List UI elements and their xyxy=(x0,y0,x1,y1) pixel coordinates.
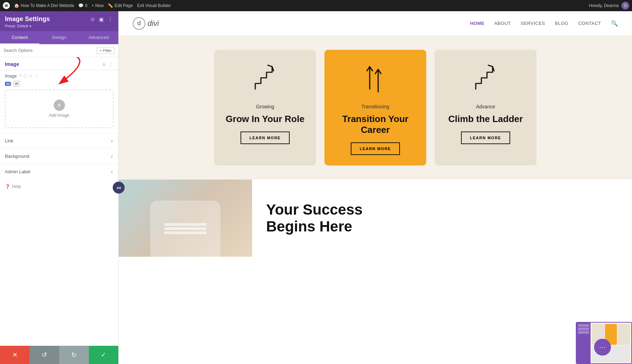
search-input[interactable] xyxy=(4,48,94,53)
panel-title: Image Settings xyxy=(5,15,50,23)
card-growing: Growing Grow In Your Role LEARN MORE xyxy=(214,50,316,166)
admin-label-label: Admin Label xyxy=(5,169,30,174)
site-name-link[interactable]: 🏠 How To Make A Divi Website xyxy=(14,3,74,8)
upload-plus-icon: + xyxy=(54,100,65,111)
card-3-subtitle: Advance xyxy=(476,104,495,109)
nav-home[interactable]: HOME xyxy=(470,21,485,26)
image-label-row: Image ? ☐ ↖ ⋮ xyxy=(0,70,118,81)
bottom-image xyxy=(119,180,252,257)
mobile-view-icon[interactable]: ☐ xyxy=(24,74,27,79)
avatar[interactable]: D xyxy=(621,2,629,9)
nav-contact[interactable]: CONTACT xyxy=(578,21,601,26)
thumb-block-1 xyxy=(578,324,589,327)
phone-line-2 xyxy=(164,227,206,230)
nav-blog[interactable]: BLOG xyxy=(555,21,568,26)
thumb-block-3 xyxy=(578,331,589,334)
help-circle-icon: ❓ xyxy=(5,184,10,189)
search-icon[interactable]: 🔍 xyxy=(611,20,618,27)
wp-logo-icon[interactable]: W xyxy=(3,2,10,9)
cursor-icon[interactable]: ↖ xyxy=(29,74,33,79)
phone-mockup xyxy=(150,201,220,257)
layout-icon[interactable]: ▣ xyxy=(98,16,104,23)
more-icon[interactable]: ⋮ xyxy=(34,74,39,79)
more-options-icon[interactable]: ⋮ xyxy=(107,16,113,23)
admin-label-toggle[interactable]: Admin Label ∨ xyxy=(0,164,118,179)
link-section-toggle[interactable]: Link ∨ xyxy=(0,133,118,148)
card-1-title: Grow In Your Role xyxy=(226,114,304,124)
background-section-toggle[interactable]: Background ∨ xyxy=(0,149,118,164)
card-1-subtitle: Growing xyxy=(256,104,274,109)
site-logo: d divi xyxy=(133,17,159,30)
advance-icon xyxy=(472,60,500,97)
edit-page-link[interactable]: ✏️ Edit Page xyxy=(108,3,133,8)
help-link[interactable]: ❓ Help xyxy=(0,179,118,194)
logo-circle-icon: d xyxy=(133,17,145,30)
chevron-down-icon: ∨ xyxy=(110,169,113,174)
image-section-header: Image ∧ ⋮ xyxy=(0,57,118,70)
focus-icon[interactable]: ⊙ xyxy=(90,16,96,23)
admin-bar: W 🏠 How To Make A Divi Website 💬 0 + New… xyxy=(0,0,632,11)
link-section: Link ∨ xyxy=(0,133,118,148)
tab-advanced[interactable]: Advanced xyxy=(79,31,118,44)
image-upload-area[interactable]: + Add Image xyxy=(5,89,113,128)
redo-button[interactable]: ↻ xyxy=(59,346,89,364)
filter-button[interactable]: + Filter xyxy=(97,47,115,54)
section-more-button[interactable]: ⋮ xyxy=(108,61,113,67)
upload-label: Add Image xyxy=(49,113,69,118)
link-section-label: Link xyxy=(5,138,13,143)
sync-button[interactable]: ⇄ xyxy=(13,81,20,87)
cancel-button[interactable]: ✕ xyxy=(0,346,29,364)
panel-header-icons: ⊙ ▣ ⋮ xyxy=(90,16,113,23)
confirm-button[interactable]: ✓ xyxy=(89,346,118,364)
move-handle[interactable]: ⇔ xyxy=(113,182,125,194)
nav-about[interactable]: ABOUT xyxy=(494,21,511,26)
thumbnail-sidebar xyxy=(577,323,591,363)
howdy-text: Howdy, Deanna xyxy=(589,3,619,8)
float-action-button[interactable]: ⋯ xyxy=(594,339,611,356)
panel-header: Image Settings ⊙ ▣ ⋮ Preset: Default ▾ xyxy=(0,11,118,31)
collapse-section-button[interactable]: ∧ xyxy=(102,61,106,67)
admin-label-section: Admin Label ∨ xyxy=(0,164,118,179)
tab-design[interactable]: Design xyxy=(39,31,79,44)
bottom-text: Your Success Begins Here xyxy=(252,180,632,257)
card-2-button[interactable]: LEARN MORE xyxy=(351,142,400,155)
thumb-block-2 xyxy=(578,328,589,330)
website-preview: d divi HOME ABOUT SERVICES BLOG CONTACT … xyxy=(119,11,632,364)
tab-content[interactable]: Content xyxy=(0,31,39,44)
settings-panel: Image Settings ⊙ ▣ ⋮ Preset: Default ▾ C… xyxy=(0,11,119,364)
panel-bottom-bar: ✕ ↺ ↻ ✓ xyxy=(0,346,118,364)
wordpress-icon: 🏠 xyxy=(14,3,19,8)
comments-link[interactable]: 💬 0 xyxy=(78,3,87,8)
panel-tabs: Content Design Advanced xyxy=(0,31,118,44)
panel-content: Image ∧ ⋮ Image ? ☐ ↖ ⋮ AI ⇄ xyxy=(0,57,118,364)
exit-builder-link[interactable]: Exit Visual Builder xyxy=(137,3,171,8)
chevron-down-icon: ∨ xyxy=(110,139,113,143)
nav-links: HOME ABOUT SERVICES BLOG CONTACT 🔍 xyxy=(470,20,618,27)
chevron-down-icon: ∨ xyxy=(110,154,113,159)
logo-text: divi xyxy=(147,19,159,28)
preset-selector[interactable]: Preset: Default ▾ xyxy=(5,23,113,28)
transitioning-icon xyxy=(361,60,389,97)
undo-button[interactable]: ↺ xyxy=(29,346,59,364)
card-2-title: Transition Your Career xyxy=(333,114,418,135)
card-2-subtitle: Transitioning xyxy=(361,104,389,109)
site-navigation: d divi HOME ABOUT SERVICES BLOG CONTACT … xyxy=(119,11,632,36)
thumb-card-beige-2 xyxy=(618,324,630,345)
card-3-title: Climb the Ladder xyxy=(448,114,523,124)
card-transitioning: Transitioning Transition Your Career LEA… xyxy=(324,50,426,166)
nav-services[interactable]: SERVICES xyxy=(521,21,545,26)
background-section: Background ∨ xyxy=(0,148,118,164)
card-advance: Advance Climb the Ladder LEARN MORE xyxy=(435,50,536,166)
bottom-heading: Your Success Begins Here xyxy=(266,201,618,235)
image-field-label: Image xyxy=(5,74,17,79)
help-icon[interactable]: ? xyxy=(19,74,22,79)
new-content-button[interactable]: + New xyxy=(92,3,104,8)
search-row: + Filter xyxy=(0,44,118,57)
comment-icon: 💬 xyxy=(78,3,84,8)
background-section-label: Background xyxy=(5,154,29,159)
ai-button[interactable]: AI xyxy=(5,82,11,86)
card-3-button[interactable]: LEARN MORE xyxy=(461,132,511,144)
bottom-section: Your Success Begins Here xyxy=(119,180,632,257)
card-1-button[interactable]: LEARN MORE xyxy=(241,132,290,144)
edit-icon: ✏️ xyxy=(108,3,113,8)
